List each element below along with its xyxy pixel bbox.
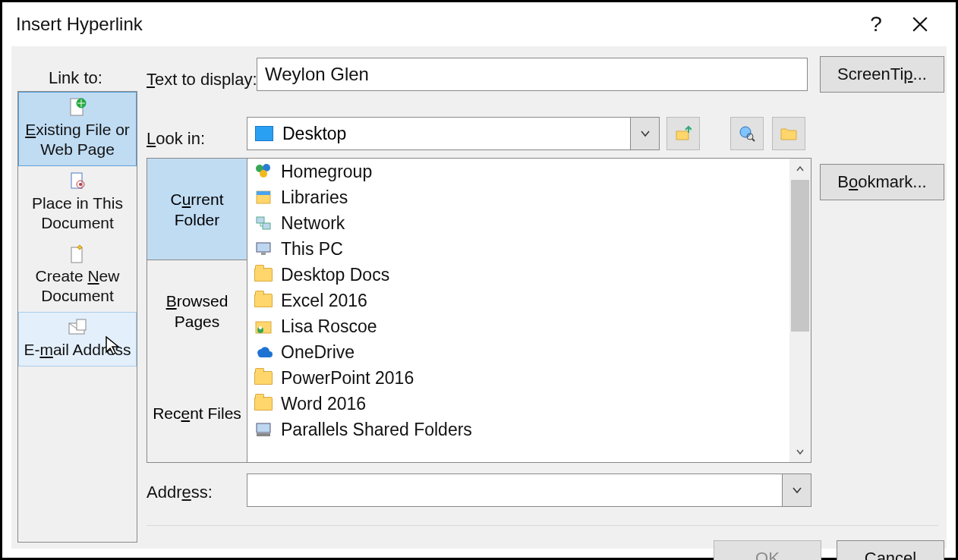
help-button[interactable]: ? [854, 2, 898, 46]
browse-mode-tabs: CurrentFolder BrowsedPages Recent Files [147, 158, 247, 463]
svg-rect-19 [261, 253, 266, 255]
svg-rect-15 [257, 191, 270, 195]
file-item[interactable]: Homegroup [247, 159, 789, 184]
sidebar-item-existing-file[interactable]: Existing File or Web Page [18, 92, 137, 166]
drive-icon [254, 420, 273, 439]
scrollbar[interactable] [789, 159, 811, 462]
look-in-select[interactable]: Desktop [247, 117, 660, 150]
file-item[interactable]: Excel 2016 [247, 288, 789, 313]
sidebar-item-place-in-document[interactable]: Place in This Document [18, 166, 137, 239]
svg-rect-5 [71, 247, 82, 263]
svg-rect-8 [676, 131, 689, 140]
network-icon [254, 213, 273, 233]
scroll-up-button[interactable] [789, 159, 811, 180]
file-item[interactable]: PowerPoint 2016 [247, 365, 789, 391]
svg-rect-24 [257, 433, 270, 436]
file-item[interactable]: Lisa Roscoe [247, 313, 789, 339]
tab-recent-files[interactable]: Recent Files [147, 362, 247, 464]
new-document-icon [67, 244, 88, 265]
globe-search-icon [739, 125, 755, 142]
folder-icon [254, 291, 273, 310]
close-button[interactable] [898, 2, 942, 46]
look-in-label: Look in: [147, 129, 205, 149]
cancel-button[interactable]: Cancel [837, 540, 944, 560]
tab-browsed-pages[interactable]: BrowsedPages [147, 260, 247, 362]
close-icon [912, 16, 928, 33]
file-item-label: Network [281, 213, 345, 234]
sidebar-item-create-new-document[interactable]: Create New Document [18, 239, 137, 312]
file-item-label: This PC [281, 239, 343, 260]
file-item-label: Parallels Shared Folders [281, 420, 472, 440]
svg-rect-18 [257, 243, 270, 252]
libraries-icon [254, 187, 273, 207]
chevron-up-icon [796, 165, 805, 174]
envelope-icon [67, 317, 88, 338]
insert-hyperlink-dialog: Insert Hyperlink ? Link to: Existing Fil… [0, 0, 958, 560]
up-one-folder-button[interactable] [667, 117, 700, 150]
screentip-button[interactable]: ScreenTip... [820, 56, 944, 93]
file-list[interactable]: HomegroupLibrariesNetworkThis PCDesktop … [247, 159, 789, 462]
desktop-icon [255, 126, 273, 141]
svg-rect-17 [263, 223, 270, 229]
look-in-value: Desktop [282, 124, 346, 144]
userfolder-icon [254, 316, 273, 336]
file-item[interactable]: Libraries [247, 184, 789, 210]
dialog-body: Link to: Existing File or Web Page Place… [11, 46, 947, 549]
svg-point-22 [259, 326, 262, 329]
svg-rect-23 [257, 423, 270, 433]
homegroup-icon [254, 162, 273, 181]
thispc-icon [254, 239, 273, 259]
window-title: Insert Hyperlink [16, 14, 143, 35]
text-to-display-label: Text to display: [147, 70, 257, 90]
file-item-label: Word 2016 [281, 394, 366, 414]
chevron-down-icon [796, 447, 805, 456]
file-item[interactable]: Parallels Shared Folders [247, 417, 789, 442]
folder-icon [254, 394, 273, 414]
link-to-label: Link to: [49, 68, 102, 88]
folder-up-icon [675, 125, 692, 142]
separator [147, 525, 938, 526]
text-to-display-input[interactable] [257, 58, 808, 91]
file-list-pane: HomegroupLibrariesNetworkThis PCDesktop … [247, 158, 811, 463]
file-item[interactable]: This PC [247, 236, 789, 262]
file-item-label: Homegroup [281, 162, 372, 182]
file-item[interactable]: OneDrive [247, 339, 789, 365]
file-item-label: OneDrive [281, 342, 355, 363]
file-item[interactable]: Network [247, 210, 789, 236]
svg-point-13 [260, 170, 267, 178]
titlebar: Insert Hyperlink ? [2, 2, 956, 46]
onedrive-icon [254, 342, 273, 362]
file-item[interactable]: Word 2016 [247, 391, 789, 417]
file-item-label: Libraries [281, 187, 348, 208]
address-combobox[interactable] [247, 473, 811, 507]
svg-rect-16 [257, 217, 264, 223]
link-to-sidebar: Existing File or Web Page Place in This … [17, 91, 137, 543]
address-label: Address: [147, 483, 213, 502]
file-item-label: PowerPoint 2016 [281, 368, 414, 389]
chevron-down-icon [640, 128, 651, 139]
file-item-label: Desktop Docs [281, 265, 389, 285]
scroll-down-button[interactable] [789, 441, 811, 462]
page-globe-icon [67, 97, 88, 118]
browse-file-button[interactable] [772, 117, 805, 150]
svg-rect-7 [77, 319, 86, 330]
folder-open-icon [780, 127, 797, 140]
browse-web-button[interactable] [730, 117, 764, 150]
folder-icon [254, 368, 273, 388]
look-in-dropdown-button[interactable] [630, 118, 659, 149]
file-item[interactable]: Desktop Docs [247, 262, 789, 288]
document-target-icon [67, 171, 88, 192]
file-item-label: Excel 2016 [281, 291, 367, 311]
ok-button[interactable]: OK [714, 540, 821, 560]
file-item-label: Lisa Roscoe [281, 316, 377, 337]
bookmark-button[interactable]: Bookmark... [820, 164, 944, 200]
chevron-down-icon [792, 485, 802, 496]
scroll-thumb[interactable] [791, 180, 809, 332]
sidebar-item-email-address[interactable]: E-mail Address [18, 312, 137, 367]
tab-current-folder[interactable]: CurrentFolder [147, 159, 247, 260]
svg-point-9 [740, 127, 751, 137]
folder-icon [254, 265, 273, 285]
address-dropdown-button[interactable] [782, 474, 811, 506]
svg-point-4 [79, 183, 82, 186]
